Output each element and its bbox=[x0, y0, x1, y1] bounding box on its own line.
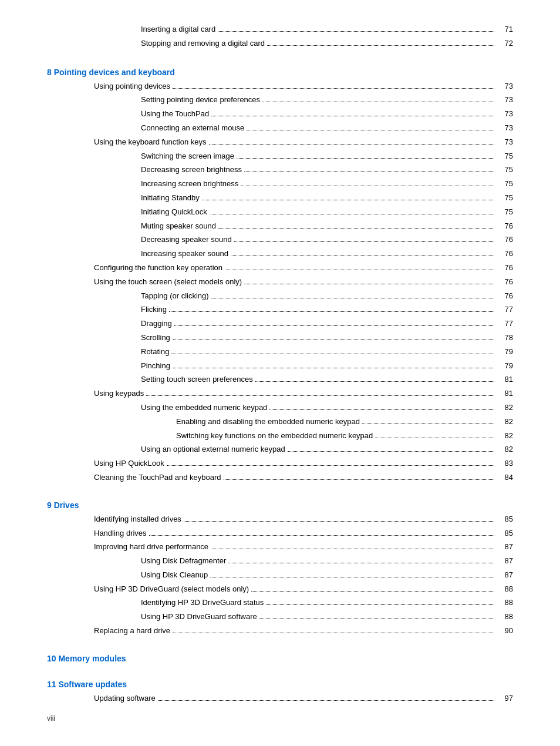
page-num: 87 bbox=[497, 569, 513, 582]
chapter-ch10: 10 Memory modules bbox=[47, 654, 513, 663]
page-num: 75 bbox=[497, 206, 513, 219]
toc-entry: Setting pointing device preferences 73 bbox=[47, 94, 513, 106]
page-num: 71 bbox=[497, 23, 513, 36]
entry-text: Increasing speaker sound bbox=[141, 248, 228, 260]
dots bbox=[255, 381, 494, 382]
toc-entry: Setting touch screen preferences 81 bbox=[47, 374, 513, 386]
page-num: 81 bbox=[497, 388, 513, 400]
entry-text: Flicking bbox=[141, 304, 167, 316]
entry-text: Replacing a hard drive bbox=[94, 625, 170, 637]
entry-text: Inserting a digital card bbox=[141, 23, 215, 36]
entry-text: Using the keyboard function keys bbox=[94, 136, 207, 149]
chapter-heading: 9 Drives bbox=[47, 500, 513, 510]
dots bbox=[210, 577, 494, 577]
entry-text: Setting touch screen preferences bbox=[141, 374, 253, 386]
entry-text: Setting pointing device preferences bbox=[141, 94, 260, 106]
chapters-container: 8 Pointing devices and keyboard Using po… bbox=[47, 68, 513, 705]
chapter-ch11: 11 Software updates Updating software 97 bbox=[47, 680, 513, 705]
toc-entry: Initiating QuickLock 75 bbox=[47, 206, 513, 219]
entry-text: Improving hard drive performance bbox=[94, 541, 208, 553]
dots bbox=[146, 395, 494, 396]
page-num: 76 bbox=[497, 290, 513, 303]
page-content: Inserting a digital card 71 Stopping and… bbox=[47, 23, 513, 705]
dots bbox=[228, 563, 494, 563]
dots bbox=[247, 130, 494, 130]
dots bbox=[237, 158, 494, 159]
toc-entry: Dragging 77 bbox=[47, 318, 513, 330]
dots bbox=[209, 144, 495, 145]
toc-entry: Configuring the function key operation 7… bbox=[47, 262, 513, 274]
dots bbox=[244, 172, 494, 172]
dots bbox=[173, 368, 494, 368]
page-num: 82 bbox=[497, 443, 513, 456]
dots bbox=[251, 591, 494, 592]
toc-entry: Using Disk Cleanup 87 bbox=[47, 569, 513, 582]
page-num: 76 bbox=[497, 248, 513, 260]
page-num: 97 bbox=[497, 693, 513, 705]
dots bbox=[167, 465, 494, 466]
page-num: 73 bbox=[497, 108, 513, 120]
dots bbox=[234, 241, 494, 242]
entry-text: Switching the screen image bbox=[141, 150, 234, 163]
entry-text: Initiating Standby bbox=[141, 192, 200, 204]
page-num: 76 bbox=[497, 220, 513, 233]
toc-entry: Using the TouchPad 73 bbox=[47, 108, 513, 120]
toc-entry: Using the touch screen (select models on… bbox=[47, 276, 513, 288]
page-num: 90 bbox=[497, 625, 513, 637]
entry-text: Connecting an external mouse bbox=[141, 122, 244, 135]
chapter-heading: 10 Memory modules bbox=[47, 654, 513, 663]
dots bbox=[362, 424, 494, 424]
page-num: 87 bbox=[497, 555, 513, 567]
entry-text: Using the TouchPad bbox=[141, 108, 209, 120]
dots bbox=[262, 102, 494, 102]
chapter-ch9: 9 Drives Identifying installed drives 85… bbox=[47, 500, 513, 637]
page-num: 75 bbox=[497, 164, 513, 176]
entry-text: Rotating bbox=[141, 346, 169, 358]
entry-text: Initiating QuickLock bbox=[141, 206, 207, 219]
entry-text: Using Disk Defragmenter bbox=[141, 555, 226, 567]
page-num: 83 bbox=[497, 458, 513, 470]
toc-entry: Enabling and disabling the embedded nume… bbox=[47, 416, 513, 428]
entry-text: Switching key functions on the embedded … bbox=[176, 430, 373, 442]
dots bbox=[269, 409, 494, 410]
dots bbox=[266, 604, 494, 605]
page-num: 88 bbox=[497, 597, 513, 609]
page-num: 77 bbox=[497, 304, 513, 316]
page-num: 75 bbox=[497, 178, 513, 190]
page-num: 82 bbox=[497, 430, 513, 442]
entry-text: Using Disk Cleanup bbox=[141, 569, 208, 582]
dots bbox=[231, 256, 494, 256]
dots bbox=[171, 354, 494, 354]
page-num: 82 bbox=[497, 416, 513, 428]
dots bbox=[375, 438, 494, 438]
dots bbox=[211, 549, 494, 549]
dots bbox=[210, 214, 494, 214]
entry-text: Handling drives bbox=[94, 527, 147, 540]
toc-entry: Flicking 77 bbox=[47, 304, 513, 316]
dots bbox=[225, 270, 494, 270]
toc-entry: Inserting a digital card 71 bbox=[47, 23, 513, 36]
page-num: 79 bbox=[497, 346, 513, 358]
page-num: 73 bbox=[497, 122, 513, 135]
dots bbox=[211, 298, 494, 298]
toc-entry: Cleaning the TouchPad and keyboard 84 bbox=[47, 472, 513, 484]
dots bbox=[218, 228, 494, 228]
page-num: 75 bbox=[497, 192, 513, 204]
chapter-heading: 8 Pointing devices and keyboard bbox=[47, 68, 513, 77]
page-num: 87 bbox=[497, 541, 513, 553]
toc-entry: Replacing a hard drive 90 bbox=[47, 625, 513, 637]
dots bbox=[211, 116, 494, 116]
page-num: 72 bbox=[497, 38, 513, 50]
entry-text: Using HP 3D DriveGuard (select models on… bbox=[94, 583, 249, 596]
entry-text: Identifying installed drives bbox=[94, 513, 181, 526]
entry-text: Identifying HP 3D DriveGuard status bbox=[141, 597, 264, 609]
dots bbox=[259, 619, 494, 619]
page-num: 85 bbox=[497, 527, 513, 540]
page-num: 82 bbox=[497, 402, 513, 414]
toc-entry: Tapping (or clicking) 76 bbox=[47, 290, 513, 303]
entry-text: Using HP 3D DriveGuard software bbox=[141, 611, 257, 623]
toc-entry: Connecting an external mouse 73 bbox=[47, 122, 513, 135]
toc-entry: Decreasing speaker sound 76 bbox=[47, 234, 513, 246]
dots bbox=[288, 451, 494, 452]
toc-entry: Identifying HP 3D DriveGuard status 88 bbox=[47, 597, 513, 609]
